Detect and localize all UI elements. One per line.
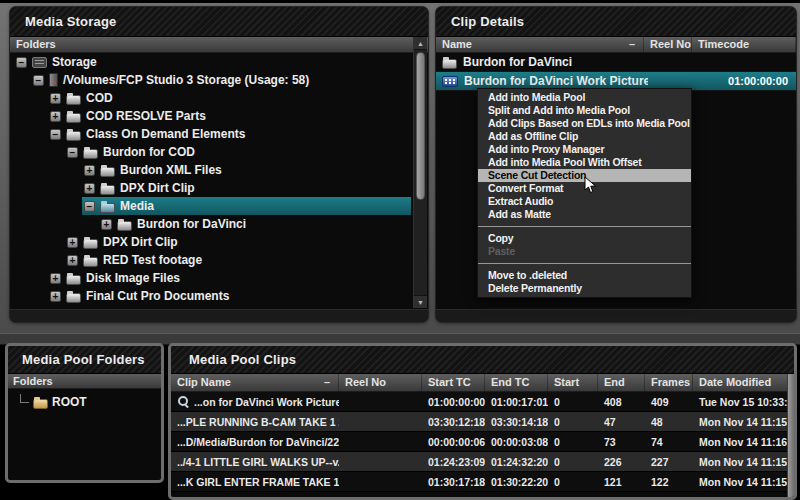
cell-date-modified: Mon Nov 14 11:15:45 (693, 456, 787, 468)
clip-table-row[interactable]: ...PLE RUNNING B-CAM TAKE 1 2.mov 03:30:… (171, 412, 787, 432)
context-menu-item[interactable]: Add into Media Pool (478, 91, 691, 104)
media-storage-panel: Media Storage Folders − Storage − (10, 7, 428, 322)
column-name[interactable]: Name – (436, 37, 644, 52)
media-pool-folders-panel: Media Pool Folders Folders ROOT (5, 343, 164, 483)
clip-name: Burdon for DaVinci Work Picture (464, 74, 648, 88)
cell-start: 0 (548, 436, 598, 448)
column-end[interactable]: End (598, 374, 645, 391)
tree-row[interactable]: + DPX Dirt Clip (10, 179, 411, 197)
expander-toggle[interactable]: + (67, 237, 78, 248)
column-date-modified[interactable]: Date Modified (693, 374, 794, 391)
cell-frames: 227 (645, 456, 693, 468)
folder-open-icon (100, 203, 115, 213)
context-menu-item[interactable]: Scene Cut Detection (478, 169, 691, 182)
tree-row[interactable]: + COD (10, 89, 411, 107)
clip-table-row[interactable]: ../4-1 LITTLE GIRL WALKS UP--v.mov 01:24… (171, 452, 787, 472)
context-menu-item[interactable]: Convert Format (478, 182, 691, 195)
tree-row[interactable]: − Burdon for COD (10, 143, 411, 161)
clip-details-row[interactable]: Burdon for DaVinci (436, 53, 796, 72)
context-menu-item[interactable]: Add into Proxy Manager (478, 143, 691, 156)
menu-separator (478, 226, 691, 227)
expander-toggle[interactable]: + (67, 255, 78, 266)
context-menu-item[interactable]: Add into Media Pool With Offset (478, 156, 691, 169)
context-menu-item[interactable]: Delete Permanently (478, 282, 691, 295)
tree-row[interactable]: + DPX Dirt Clip (10, 233, 411, 251)
tree-row[interactable]: + COD RESOLVE Parts (10, 107, 411, 125)
tree-item-label: Burdon for COD (103, 145, 195, 159)
tree-row[interactable]: − Class On Demand Elements (10, 125, 411, 143)
expander-toggle[interactable]: + (101, 219, 112, 230)
clip-name-text: ../4-1 LITTLE GIRL WALKS UP--v.mov (177, 456, 339, 468)
menu-item-label: Move to .deleted (488, 269, 567, 281)
tree-row[interactable]: − Media (10, 197, 411, 215)
tree-row[interactable]: + RED Test footage (10, 251, 411, 269)
media-pool-folder-row[interactable]: ROOT (8, 392, 161, 412)
column-end-tc[interactable]: End TC (485, 374, 548, 391)
cell-frames: 74 (645, 436, 693, 448)
tree-row[interactable]: + Final Cut Pro Documents (10, 287, 411, 305)
clip-table-row[interactable]: ...on for DaVinci Work Picture.mov 01:00… (171, 392, 787, 412)
column-frames[interactable]: Frames (645, 374, 693, 391)
tree-row[interactable]: + Disk Image Files (10, 269, 411, 287)
context-menu-item[interactable]: Add as Offline Clip (478, 130, 691, 143)
expander-toggle[interactable]: + (50, 111, 61, 122)
folder-label: ROOT (52, 395, 87, 409)
cell-clip-name: ...on for DaVinci Work Picture.mov (171, 395, 339, 408)
column-reel-no[interactable]: Reel No (644, 37, 692, 52)
column-start-tc[interactable]: Start TC (422, 374, 485, 391)
cell-end-tc: 01:00:17:01 (485, 396, 548, 408)
cell-start: 0 (548, 476, 598, 488)
context-menu-item[interactable]: Paste (478, 245, 691, 258)
clip-name-text: ...K GIRL ENTER FRAME TAKE 1-v.mov (177, 476, 339, 488)
media-storage-scrollbar[interactable]: ▲ ▼ (413, 37, 427, 308)
expander-toggle[interactable]: + (84, 183, 95, 194)
loupe-icon (177, 395, 190, 408)
context-menu-item[interactable]: Split and Add into Media Pool (478, 104, 691, 117)
expander-toggle[interactable]: + (50, 93, 61, 104)
folder-tan-icon (33, 399, 48, 409)
media-pool-folders-column-header[interactable]: Folders (8, 374, 161, 389)
column-timecode[interactable]: Timecode (692, 37, 796, 52)
media-pool-folders-title: Media Pool Folders (8, 346, 161, 374)
context-menu-item[interactable]: Copy (478, 232, 691, 245)
cell-end: 47 (598, 416, 645, 428)
folders-column-header[interactable]: Folders (10, 37, 428, 53)
tree-row[interactable]: − /Volumes/FCP Studio 3 Storage (Usage: … (10, 71, 411, 89)
cell-start: 0 (548, 396, 598, 408)
folder-icon (100, 167, 115, 177)
tree-row[interactable]: + Burdon XML Files (10, 161, 411, 179)
expander-toggle[interactable]: + (50, 291, 61, 302)
media-pool-clips-scrollbar[interactable] (787, 374, 794, 497)
tree-item-label: Burdon for DaVinci (137, 217, 246, 231)
expander-toggle[interactable]: − (16, 57, 27, 68)
tree-item-label: Disk Image Files (86, 271, 180, 285)
scroll-down-icon[interactable]: ▼ (414, 295, 427, 308)
expander-toggle[interactable]: + (50, 273, 61, 284)
tree-row[interactable]: + Burdon for DaVinci (10, 215, 411, 233)
scrollbar-thumb[interactable] (416, 52, 425, 200)
column-clip-name[interactable]: Clip Name – (171, 374, 339, 391)
expander-toggle[interactable]: − (33, 75, 44, 86)
expander-toggle[interactable]: − (84, 201, 95, 212)
tree-row[interactable]: − Storage (10, 53, 411, 71)
menu-separator (478, 263, 691, 264)
clip-table-row[interactable]: ...D/Media/Burdon for DaVinci/22V.mov 00… (171, 432, 787, 452)
clip-name: Burdon for DaVinci (463, 55, 648, 69)
folder-icon (66, 95, 81, 105)
context-menu-item[interactable]: Extract Audio (478, 195, 691, 208)
expander-toggle[interactable]: − (50, 129, 61, 140)
clip-timecode: 01:00:00:00 (692, 75, 796, 87)
scroll-up-icon[interactable]: ▲ (414, 37, 427, 50)
tree-row-body: − /Volumes/FCP Studio 3 Storage (Usage: … (31, 71, 411, 89)
context-menu-item[interactable]: Add Clips Based on EDLs into Media Pool (478, 117, 691, 130)
menu-item-label: Add as Offline Clip (488, 130, 578, 142)
column-reel-no[interactable]: Reel No (339, 374, 422, 391)
context-menu-item[interactable]: Add as Matte (478, 208, 691, 221)
expander-toggle[interactable]: + (84, 165, 95, 176)
cell-clip-name: ../4-1 LITTLE GIRL WALKS UP--v.mov (171, 456, 339, 468)
clip-table-row[interactable]: ...K GIRL ENTER FRAME TAKE 1-v.mov 01:30… (171, 472, 787, 492)
column-start[interactable]: Start (548, 374, 598, 391)
expander-toggle[interactable]: − (67, 147, 78, 158)
media-pool-folder-tree: ROOT (8, 392, 161, 412)
context-menu-item[interactable]: Move to .deleted (478, 269, 691, 282)
